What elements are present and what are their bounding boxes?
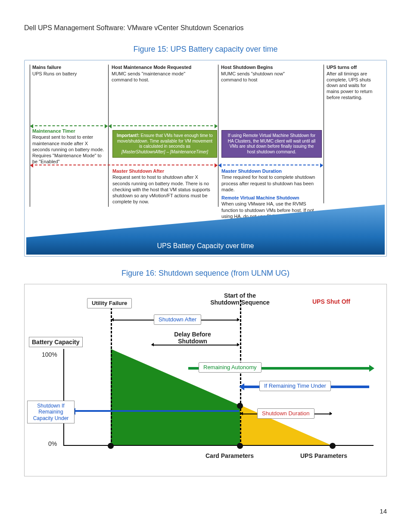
dot-ups-off (330, 443, 336, 449)
document-page: Dell UPS Management Software: VMware vCe… (0, 0, 411, 532)
label-card-parameters: Card Parameters (206, 452, 254, 459)
event-body: MUMC sends "maintenance mode" command to… (112, 71, 185, 82)
figure-16: Utility Failure Start of the Shutdown Se… (24, 284, 387, 476)
phase-line (30, 65, 30, 207)
note-maintenance-timer: Maintenance Timer Request sent to host t… (32, 128, 106, 165)
event-title: Host Shutdown Begins (221, 65, 299, 71)
page-number: 14 (380, 507, 387, 515)
dot-utility-failure (108, 443, 114, 449)
arrow-shutdown-if-capacity (75, 410, 239, 412)
note-title: Maintenance Timer (32, 128, 75, 134)
range-maintenance-timer (31, 125, 107, 126)
tick-100: 100% (42, 351, 57, 358)
svg-marker-0 (26, 205, 385, 237)
note-formula: [MasterShutdownAfter] – [MaintenanceTime… (121, 149, 208, 154)
label-battery-capacity: Battery Capacity (29, 337, 83, 347)
event-body: MUMC sends "shutdown now" command to hos… (221, 71, 285, 82)
bar-delay-before (152, 345, 239, 345)
range-vm-move-window (109, 125, 217, 126)
event-body: After all timings are complete, UPS shut… (327, 71, 372, 100)
y-axis (63, 349, 64, 446)
dot-sequence-start-on-curve (237, 403, 243, 409)
label-line: Remaining (38, 409, 63, 415)
battery-sweep (26, 205, 385, 237)
event-body: UPS Runs on battery (32, 71, 77, 76)
dashline-utility-failure (111, 300, 112, 446)
note-body: Request sent to host to enter maintenanc… (32, 134, 104, 164)
dashline-shutdown-start (240, 300, 241, 446)
battery-band-label: UPS Battery Capacity over time (26, 237, 385, 255)
label-utility-failure: Utility Failure (87, 298, 132, 308)
figure-15-caption: Figure 15: UPS Battery capacity over tim… (24, 45, 387, 54)
note-lead: Important!: (117, 133, 140, 138)
label-line: Delay Before (174, 331, 211, 338)
label-start-sequence: Start of the Shutdown Sequence (210, 292, 270, 306)
figure-15: Mains failure UPS Runs on battery Host M… (24, 60, 387, 257)
label-remaining-autonomy: Remaining Autonomy (199, 362, 262, 373)
event-mains-failure: Mains failure UPS Runs on battery (32, 65, 103, 77)
label-line: Shutdown (178, 338, 207, 345)
label-delay-before: Delay Before Shutdown (167, 331, 218, 345)
label-shutdown-duration: Shutdown Duration (257, 408, 314, 419)
label-line: Start of the (224, 292, 256, 299)
note-body: Request sent to host to shutdown after X… (112, 174, 210, 204)
phase-line (218, 65, 218, 207)
label-line: Shutdown Sequence (210, 299, 270, 306)
label-shutdown-if-capacity: Shutdown If Remaining Capacity Under (27, 401, 75, 423)
phase-line (108, 65, 109, 207)
note-body: Time required for host to complete shutd… (221, 174, 315, 192)
tick-0: 0% (48, 440, 57, 447)
phase-line (324, 65, 324, 203)
range-master-shutdown-after (31, 165, 217, 165)
event-title: UPS turns off (327, 65, 378, 71)
note-title: Master Shutdown After (112, 168, 164, 174)
note-master-shutdown-after: Master Shutdown After Request sent to ho… (112, 168, 216, 205)
note-master-shutdown-duration: Master Shutdown Duration Time required f… (221, 168, 316, 193)
note-body: If using Remote Virtual Machine Shutdown… (228, 133, 315, 154)
event-ups-off: UPS turns off After all timings are comp… (327, 65, 378, 101)
label-line: Capacity Under (33, 415, 69, 421)
label-ups-parameters: UPS Parameters (300, 452, 347, 459)
range-master-shutdown-duration (219, 165, 323, 165)
event-host-maintenance: Host Maintenance Mode Requested MUMC sen… (112, 65, 198, 83)
event-host-shutdown: Host Shutdown Begins MUMC sends "shutdow… (221, 65, 299, 83)
label-shutdown-after: Shutdown After (154, 314, 201, 325)
note-title: Master Shutdown Duration (221, 168, 282, 174)
event-title: Host Maintenance Mode Requested (112, 65, 198, 71)
page-header: Dell UPS Management Software: VMware vCe… (24, 24, 387, 32)
figure-16-caption: Figure 16: Shutdown sequence (from ULNM … (24, 269, 387, 278)
note-rvms-ha: If using Remote Virtual Machine Shutdown… (221, 130, 322, 158)
event-title: Mains failure (32, 65, 103, 71)
label-if-remaining: If Remaining Time Under (259, 381, 331, 391)
dot-sequence-start (237, 443, 243, 449)
note-important: Important!: Ensure that VMs have enough … (112, 130, 217, 158)
label-line: Shutdown If (37, 403, 64, 409)
note-title: Remote Virtual Machine Shutdown (221, 195, 299, 200)
label-ups-shut-off: UPS Shut Off (312, 298, 350, 305)
